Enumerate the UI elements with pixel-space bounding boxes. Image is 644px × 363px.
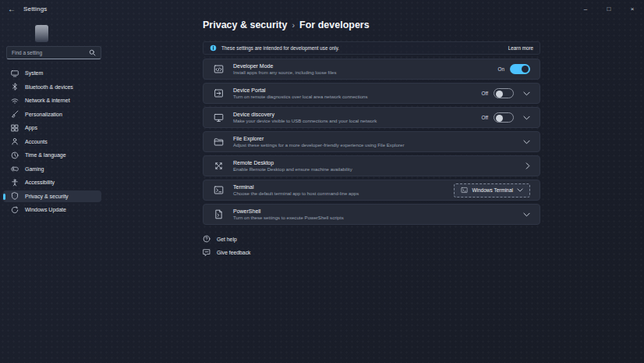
developer-mode-icon <box>213 64 225 74</box>
footer-link-label: Give feedback <box>217 250 250 255</box>
back-icon: ← <box>8 5 16 13</box>
setting-subtitle: Enable Remote Desktop and ensure machine… <box>233 166 352 172</box>
row-device-discovery: Device discovery Make your device visibl… <box>203 107 540 128</box>
page-title: For developers <box>299 20 370 30</box>
sidebar-item-accessibility[interactable]: Accessibility <box>3 176 101 189</box>
file-explorer-icon <box>213 137 225 147</box>
dev-use-banner: These settings are intended for developm… <box>203 41 540 55</box>
chevron-down-icon[interactable] <box>523 212 530 217</box>
personalization-icon <box>11 110 19 118</box>
setting-title: Terminal <box>233 184 359 190</box>
toggle-knob <box>496 115 503 122</box>
toggle-state-label: Off <box>482 91 488 96</box>
sidebar-item-network-internet[interactable]: Network & internet <box>3 94 101 107</box>
sidebar-item-accounts[interactable]: Accounts <box>3 136 101 148</box>
privacy-security-icon <box>11 192 19 200</box>
dropdown-value: Windows Terminal <box>472 187 513 193</box>
setting-subtitle: Turn on remote diagnostics over local ar… <box>233 94 368 99</box>
sidebar-item-label: Windows Update <box>25 207 66 212</box>
setting-title: Device Portal <box>233 87 368 93</box>
sidebar-item-bluetooth-devices[interactable]: Bluetooth & devices <box>3 81 101 94</box>
close-button[interactable]: × <box>621 0 644 17</box>
row-file-explorer: File Explorer Adjust these settings for … <box>203 131 540 152</box>
get-help-link[interactable]: Get help <box>203 235 540 243</box>
setting-title: File Explorer <box>233 136 405 141</box>
terminal-app-dropdown[interactable]: Windows Terminal <box>454 183 530 198</box>
time-language-icon <box>11 151 19 159</box>
maximize-button[interactable]: □ <box>597 0 621 17</box>
sidebar-item-label: Apps <box>25 125 37 130</box>
remote-desktop-icon <box>213 161 225 171</box>
system-icon <box>11 69 19 77</box>
chevron-down-icon[interactable] <box>523 91 530 96</box>
sidebar-item-gaming[interactable]: Gaming <box>3 163 101 176</box>
get-help-icon <box>203 235 211 243</box>
row-terminal: Terminal Choose the default terminal app… <box>203 180 540 201</box>
toggle-knob <box>496 91 503 98</box>
bluetooth-icon <box>11 83 19 91</box>
sidebar-item-personalization[interactable]: Personalization <box>3 109 101 121</box>
windows-update-icon <box>11 206 19 214</box>
setting-subtitle: Make your device visible to USB connecti… <box>233 118 377 123</box>
setting-subtitle: Turn on these settings to execute PowerS… <box>233 215 344 220</box>
toggle-state-label: On <box>497 66 504 72</box>
breadcrumb-parent[interactable]: Privacy & security <box>203 20 287 30</box>
sidebar-item-apps[interactable]: Apps <box>3 122 101 134</box>
minimize-icon: – <box>584 5 587 12</box>
banner-text: These settings are intended for developm… <box>221 45 339 51</box>
footer-link-label: Get help <box>217 237 237 242</box>
sidebar-item-label: Network & internet <box>25 98 70 103</box>
main-content: Privacy & security › For developers Thes… <box>203 17 540 256</box>
breadcrumb: Privacy & security › For developers <box>203 20 540 35</box>
toggle-state-label: Off <box>482 115 488 120</box>
footer-links: Get help Give feedback <box>203 235 540 256</box>
feedback-icon <box>203 248 211 256</box>
chevron-down-icon[interactable] <box>523 116 530 120</box>
setting-subtitle: Install apps from any source, including … <box>233 69 336 75</box>
sidebar-nav: System Bluetooth & devices Network & int… <box>3 67 101 216</box>
row-device-portal: Device Portal Turn on remote diagnostics… <box>203 83 540 104</box>
sidebar-item-label: Personalization <box>25 112 62 117</box>
sidebar-item-windows-update[interactable]: Windows Update <box>3 204 101 216</box>
learn-more-link[interactable]: Learn more <box>508 45 533 51</box>
network-icon <box>11 97 19 105</box>
search-input[interactable]: Find a setting <box>6 46 101 59</box>
toggle-knob <box>522 66 529 73</box>
close-icon: × <box>631 5 635 12</box>
sidebar-item-privacy-security[interactable]: Privacy & security <box>3 190 101 203</box>
chevron-down-icon <box>517 188 523 192</box>
minimize-button[interactable]: – <box>574 0 597 17</box>
device-portal-toggle[interactable] <box>494 88 514 98</box>
sidebar-item-label: Time & language <box>25 152 66 158</box>
device-discovery-icon <box>213 112 225 123</box>
accounts-icon <box>11 137 19 145</box>
setting-title: Remote Desktop <box>233 160 352 165</box>
windows-terminal-icon <box>461 187 468 194</box>
window-title: Settings <box>23 5 48 12</box>
setting-title: PowerShell <box>233 208 344 214</box>
titlebar: ← Settings – □ × <box>0 0 644 17</box>
search-icon <box>89 49 96 56</box>
give-feedback-link[interactable]: Give feedback <box>203 248 540 256</box>
chevron-right-icon <box>525 162 530 169</box>
sidebar-item-label: Gaming <box>25 166 44 172</box>
info-icon <box>210 44 217 52</box>
sidebar-item-label: System <box>25 70 43 76</box>
developer-mode-toggle[interactable] <box>510 64 530 74</box>
sidebar-item-system[interactable]: System <box>3 67 101 80</box>
sidebar-item-time-language[interactable]: Time & language <box>3 149 101 162</box>
row-remote-desktop[interactable]: Remote Desktop Enable Remote Desktop and… <box>203 155 540 176</box>
user-avatar[interactable] <box>35 25 48 42</box>
accessibility-icon <box>11 179 19 187</box>
device-portal-icon <box>213 88 225 98</box>
sidebar-item-label: Accessibility <box>25 180 55 185</box>
setting-title: Developer Mode <box>233 63 336 69</box>
settings-rows: Developer Mode Install apps from any sou… <box>203 59 540 225</box>
back-button[interactable]: ← <box>0 0 23 17</box>
apps-icon <box>11 124 19 132</box>
setting-subtitle: Adjust these settings for a more develop… <box>233 142 405 148</box>
chevron-down-icon[interactable] <box>523 140 530 144</box>
setting-title: Device discovery <box>233 112 377 117</box>
device-discovery-toggle[interactable] <box>494 112 514 123</box>
sidebar-item-label: Accounts <box>25 139 48 144</box>
